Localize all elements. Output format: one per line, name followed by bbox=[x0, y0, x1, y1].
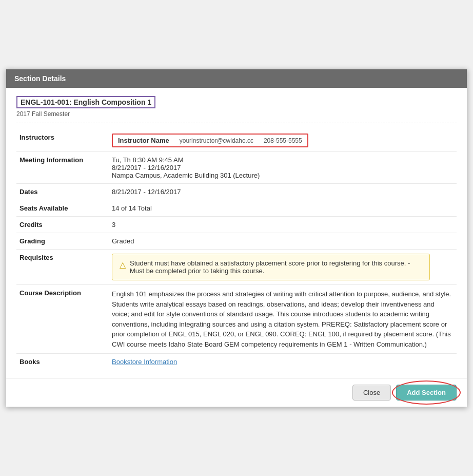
requisites-text: Student must have obtained a satisfactor… bbox=[130, 259, 422, 275]
books-label: Books bbox=[16, 354, 109, 370]
modal-footer: Close Add Section bbox=[6, 378, 467, 407]
meeting-dates: 8/21/2017 - 12/16/2017 bbox=[112, 164, 454, 172]
books-cell: Bookstore Information bbox=[109, 354, 457, 370]
grading-value: Graded bbox=[109, 233, 457, 250]
divider bbox=[16, 123, 457, 123]
instructor-cell: Instructor Name yourinstructor@cwidaho.c… bbox=[109, 129, 457, 152]
dates-row: Dates 8/21/2017 - 12/16/2017 bbox=[16, 184, 457, 200]
grading-label: Grading bbox=[16, 233, 109, 250]
requisites-label: Requisites bbox=[16, 250, 109, 285]
instructor-box: Instructor Name yourinstructor@cwidaho.c… bbox=[112, 134, 308, 147]
seats-row: Seats Available 14 of 14 Total bbox=[16, 200, 457, 217]
warning-icon: △ bbox=[120, 260, 126, 270]
requisites-cell: △ Student must have obtained a satisfact… bbox=[109, 250, 457, 285]
instructors-label: Instructors bbox=[16, 129, 109, 152]
section-details-modal: Section Details ENGL-101-001: English Co… bbox=[6, 69, 467, 407]
meeting-cell: Tu, Th 8:30 AM 9:45 AM 8/21/2017 - 12/16… bbox=[109, 152, 457, 184]
modal-title: Section Details bbox=[14, 74, 66, 83]
seats-value: 14 of 14 Total bbox=[109, 200, 457, 217]
meeting-location: Nampa Campus, Academic Building 301 (Lec… bbox=[112, 172, 454, 179]
requisites-row: Requisites △ Student must have obtained … bbox=[16, 250, 457, 285]
seats-label: Seats Available bbox=[16, 200, 109, 217]
description-text: English 101 emphasizes the process and s… bbox=[109, 285, 457, 354]
meeting-label: Meeting Information bbox=[16, 152, 109, 184]
credits-row: Credits 3 bbox=[16, 217, 457, 233]
grading-row: Grading Graded bbox=[16, 233, 457, 250]
modal-header: Section Details bbox=[6, 69, 467, 88]
description-row: Course Description English 101 emphasize… bbox=[16, 285, 457, 354]
add-section-button[interactable]: Add Section bbox=[396, 385, 457, 401]
requisites-box: △ Student must have obtained a satisfact… bbox=[112, 254, 430, 280]
meeting-row: Meeting Information Tu, Th 8:30 AM 9:45 … bbox=[16, 152, 457, 184]
description-label: Course Description bbox=[16, 285, 109, 354]
instructor-phone: 208-555-5555 bbox=[264, 137, 302, 144]
credits-value: 3 bbox=[109, 217, 457, 233]
bookstore-link[interactable]: Bookstore Information bbox=[112, 358, 177, 366]
instructors-row: Instructors Instructor Name yourinstruct… bbox=[16, 129, 457, 152]
course-title: ENGL-101-001: English Composition 1 bbox=[16, 96, 155, 108]
books-row: Books Bookstore Information bbox=[16, 354, 457, 370]
dates-label: Dates bbox=[16, 184, 109, 200]
instructor-name-label: Instructor Name bbox=[118, 137, 169, 144]
add-section-wrapper: Add Section bbox=[396, 385, 457, 401]
meeting-days: Tu, Th 8:30 AM 9:45 AM bbox=[112, 156, 454, 164]
semester-label: 2017 Fall Semester bbox=[16, 110, 457, 118]
modal-body: ENGL-101-001: English Composition 1 2017… bbox=[6, 88, 467, 378]
instructor-email: yourinstructor@cwidaho.cc bbox=[180, 137, 253, 144]
info-table: Instructors Instructor Name yourinstruct… bbox=[16, 129, 457, 370]
close-button[interactable]: Close bbox=[352, 385, 391, 401]
credits-label: Credits bbox=[16, 217, 109, 233]
dates-value: 8/21/2017 - 12/16/2017 bbox=[109, 184, 457, 200]
